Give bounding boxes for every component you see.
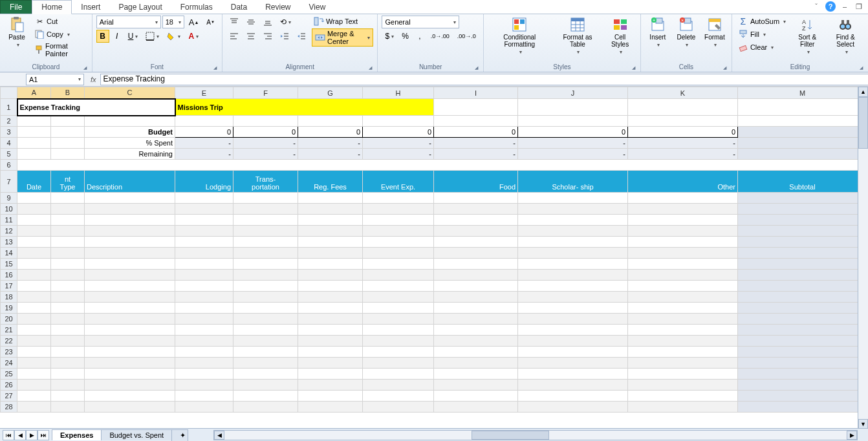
cell[interactable] (17, 358, 51, 369)
cell[interactable] (51, 270, 85, 281)
scroll-thumb[interactable] (858, 97, 868, 149)
row-header[interactable]: 25 (1, 369, 17, 380)
cell[interactable] (738, 99, 867, 116)
border-button[interactable]: ▾ (142, 30, 162, 43)
cell[interactable] (175, 358, 233, 369)
scroll-left-icon[interactable]: ◀ (214, 431, 224, 440)
cell[interactable] (17, 314, 51, 325)
cell[interactable] (363, 391, 434, 402)
cell[interactable] (298, 402, 363, 413)
cell[interactable] (85, 391, 175, 402)
cell[interactable] (518, 226, 628, 237)
cell[interactable] (17, 248, 51, 259)
cell[interactable] (17, 270, 51, 281)
cell[interactable] (628, 369, 738, 380)
format-cells-button[interactable]: Format▾ (702, 16, 728, 49)
cell[interactable] (298, 325, 363, 336)
cell[interactable] (233, 204, 298, 215)
cell[interactable]: - (628, 138, 738, 149)
cell[interactable]: - (738, 358, 867, 369)
cell[interactable] (175, 369, 233, 380)
find-select-button[interactable]: Find & Select▾ (827, 16, 864, 56)
row-header[interactable]: 6 (1, 160, 17, 171)
cell[interactable] (51, 193, 85, 204)
cell[interactable] (233, 336, 298, 347)
cell[interactable] (363, 259, 434, 270)
name-box[interactable]: A1▾ (26, 74, 84, 85)
cell[interactable] (175, 226, 233, 237)
cell[interactable] (233, 237, 298, 248)
cell[interactable] (518, 237, 628, 248)
cell[interactable] (518, 303, 628, 314)
row-header[interactable]: 16 (1, 270, 17, 281)
cell[interactable] (233, 380, 298, 391)
cell[interactable] (51, 215, 85, 226)
cell[interactable] (628, 237, 738, 248)
cell[interactable] (51, 204, 85, 215)
align-center-button[interactable] (243, 30, 259, 43)
cell[interactable] (434, 237, 518, 248)
row-header[interactable]: 28 (1, 402, 17, 413)
cell[interactable] (51, 336, 85, 347)
cell[interactable] (51, 391, 85, 402)
cell[interactable] (363, 358, 434, 369)
cell[interactable] (51, 402, 85, 413)
cell[interactable] (85, 116, 175, 127)
cell[interactable] (628, 325, 738, 336)
cell[interactable]: 0 (298, 127, 363, 138)
cell[interactable] (85, 237, 175, 248)
cell[interactable] (434, 204, 518, 215)
comma-button[interactable]: , (413, 30, 426, 43)
cell[interactable] (17, 204, 51, 215)
restore-icon[interactable]: ❐ (854, 1, 864, 12)
cell[interactable] (628, 402, 738, 413)
cell[interactable] (628, 270, 738, 281)
currency-button[interactable]: $▾ (382, 30, 397, 43)
italic-button[interactable]: I (111, 30, 124, 43)
cell[interactable] (175, 347, 233, 358)
col-header[interactable]: J (518, 87, 628, 99)
cell[interactable] (85, 270, 175, 281)
cell[interactable] (51, 248, 85, 259)
cell[interactable] (17, 237, 51, 248)
cell[interactable] (233, 325, 298, 336)
cell[interactable] (233, 391, 298, 402)
cell[interactable] (175, 259, 233, 270)
cell[interactable]: - (738, 391, 867, 402)
cell[interactable] (363, 325, 434, 336)
cell[interactable] (175, 204, 233, 215)
cell[interactable]: - (738, 292, 867, 303)
autosum-button[interactable]: ΣAutoSum▾ (736, 16, 788, 27)
grow-font-button[interactable]: A▲ (186, 16, 202, 28)
cell[interactable] (518, 270, 628, 281)
cell[interactable] (363, 380, 434, 391)
col-header[interactable]: M (738, 87, 867, 99)
cell[interactable]: - (434, 149, 518, 160)
cell-hdr-other[interactable]: Other (628, 171, 738, 193)
cell[interactable] (85, 248, 175, 259)
cell[interactable] (298, 380, 363, 391)
cell[interactable] (51, 369, 85, 380)
cell[interactable] (518, 248, 628, 259)
cell[interactable]: - (434, 138, 518, 149)
cell[interactable] (434, 292, 518, 303)
cell[interactable] (233, 248, 298, 259)
cell[interactable] (518, 336, 628, 347)
cell[interactable] (85, 325, 175, 336)
cell[interactable] (85, 358, 175, 369)
sheet-first-button[interactable]: ⏮ (3, 430, 14, 440)
cell[interactable] (175, 325, 233, 336)
select-all-corner[interactable] (1, 87, 17, 99)
tab-insert[interactable]: Insert (72, 1, 109, 14)
row-header[interactable]: 14 (1, 248, 17, 259)
cell[interactable] (85, 303, 175, 314)
cell[interactable] (434, 193, 518, 204)
cell[interactable] (298, 358, 363, 369)
row-header[interactable]: 7 (1, 171, 17, 193)
cell[interactable]: - (738, 325, 867, 336)
cell[interactable] (298, 204, 363, 215)
cell[interactable]: 0 (628, 127, 738, 138)
cell[interactable] (298, 336, 363, 347)
paste-button[interactable]: Paste ▾ (4, 16, 30, 49)
cell[interactable] (17, 193, 51, 204)
